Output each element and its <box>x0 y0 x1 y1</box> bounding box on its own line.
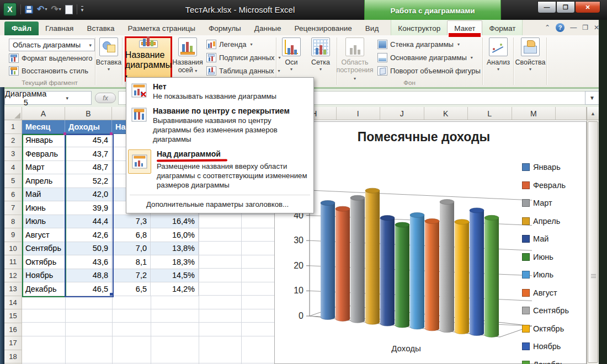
legend-item-Июнь[interactable]: Июнь <box>522 253 569 261</box>
legend-item-Август[interactable]: Август <box>522 288 569 297</box>
row-header-17[interactable]: 17 <box>4 336 22 350</box>
legend-item-Ноябрь[interactable]: Ноябрь <box>522 342 569 351</box>
excel-logo-icon[interactable]: X <box>3 3 17 16</box>
table-cell[interactable]: Октябрь <box>22 255 65 269</box>
table-cell[interactable]: Сентябрь <box>22 242 65 256</box>
row-header-13[interactable]: 13 <box>4 282 22 296</box>
properties-button[interactable]: Свойства ▾ <box>515 38 546 72</box>
table-cell[interactable]: 16,4% <box>151 215 199 229</box>
table-header-cell[interactable]: Доходы <box>65 120 112 134</box>
customize-toolbar-icon[interactable]: ▾ <box>81 6 84 13</box>
table-cell[interactable]: 6,8 <box>112 228 151 242</box>
format-selection-button[interactable]: Формат выделенного <box>9 53 93 63</box>
row-header-18[interactable]: 18 <box>4 350 22 364</box>
chart-object[interactable]: Помесячные доходы 01020304050Доходы Янва… <box>274 121 587 364</box>
table-cell[interactable]: 14,2% <box>151 282 199 296</box>
row-header-4[interactable]: 4 <box>4 161 22 175</box>
insert-button[interactable]: Вставка ▾ <box>96 38 121 72</box>
table-cell[interactable]: Ноябрь <box>22 269 65 283</box>
select-all-corner[interactable] <box>4 107 22 120</box>
table-cell[interactable]: 50,9 <box>65 242 112 256</box>
table-cell[interactable]: 8,1 <box>112 255 151 269</box>
tab-Данные[interactable]: Данные <box>248 22 288 35</box>
legend-item-Март[interactable]: Март <box>522 199 569 207</box>
table-cell[interactable]: 7,2 <box>112 269 151 283</box>
legend-item-Апрель[interactable]: Апрель <box>522 217 569 226</box>
tab-Макет[interactable]: Макет <box>447 20 482 35</box>
table-cell[interactable]: Декабрь <box>22 282 65 296</box>
data-labels-button[interactable]: Подписи данных▾ <box>206 53 281 62</box>
axes-button[interactable]: Оси ▾ <box>278 38 305 72</box>
scroll-up-icon[interactable]: ▲ <box>587 107 599 120</box>
fx-button[interactable]: fx <box>95 93 116 103</box>
row-header-1[interactable]: 1 <box>4 120 22 134</box>
gridlines-button[interactable]: Сетка ▾ <box>307 38 334 72</box>
rotation-3d-button[interactable]: Поворот объемной фигуры <box>377 66 481 76</box>
minimize-button[interactable]: — <box>537 1 556 13</box>
analysis-button[interactable]: Анализ ▾ <box>484 38 512 72</box>
expand-formula-bar-icon[interactable]: ▼ <box>585 91 599 105</box>
table-cell[interactable]: 13,8% <box>151 242 199 256</box>
table-cell[interactable]: 6,5 <box>112 282 151 296</box>
chart-title-button[interactable]: Название диаграммы ▾ <box>125 36 172 82</box>
row-header-11[interactable]: 11 <box>4 255 22 269</box>
row-header-6[interactable]: 6 <box>4 188 22 202</box>
row-header-3[interactable]: 3 <box>4 147 22 161</box>
axis-titles-button[interactable]: Названия осей ▾ <box>172 38 203 75</box>
maximize-button[interactable]: ❐ <box>556 1 575 13</box>
chart-legend[interactable]: ЯнварьФевральМартАпрельМайИюньИюльАвгуст… <box>522 163 569 364</box>
table-cell[interactable]: 42,6 <box>65 228 112 242</box>
legend-item-Январь[interactable]: Январь <box>522 163 569 172</box>
row-header-8[interactable]: 8 <box>4 215 22 229</box>
row-header-2[interactable]: 2 <box>4 134 22 148</box>
scrollbar-thumb[interactable] <box>588 121 598 363</box>
table-cell[interactable]: 42,0 <box>65 188 112 202</box>
table-cell[interactable]: 48,7 <box>65 161 112 175</box>
tab-Разметка страницы[interactable]: Разметка страницы <box>121 22 202 35</box>
reset-style-button[interactable]: Восстановить стиль <box>9 66 88 76</box>
table-cell[interactable]: 52,2 <box>65 174 112 188</box>
table-cell[interactable]: 43,6 <box>65 255 112 269</box>
legend-item-Декабрь[interactable]: Декабрь <box>522 360 569 364</box>
vertical-scrollbar[interactable]: ▲ <box>587 107 599 364</box>
row-header-9[interactable]: 9 <box>4 228 22 242</box>
range-fill-handle[interactable] <box>110 293 113 296</box>
tab-Конструктор[interactable]: Конструктор <box>391 22 447 35</box>
column-header-M[interactable]: M <box>512 107 556 120</box>
menu-footer-more-options[interactable]: Дополнительные параметры заголовков... <box>126 197 313 212</box>
table-cell[interactable]: Май <box>22 188 65 202</box>
table-cell[interactable]: 14,5% <box>151 269 199 283</box>
range-handle[interactable] <box>63 132 66 135</box>
tab-file[interactable]: Файл <box>4 22 39 35</box>
legend-item-Февраль[interactable]: Февраль <box>522 181 569 190</box>
column-header-J[interactable]: J <box>380 107 424 120</box>
table-cell[interactable]: 46,5 <box>65 282 112 296</box>
collapse-ribbon-icon[interactable]: ⌃ <box>545 24 550 31</box>
table-cell[interactable]: Февраль <box>22 147 65 161</box>
tab-Рецензирование[interactable]: Рецензирование <box>288 22 359 35</box>
tab-Вид[interactable]: Вид <box>359 22 385 35</box>
column-header-A[interactable]: A <box>22 107 65 120</box>
undo-icon[interactable]: ↶▾ <box>37 5 47 14</box>
legend-item-Июль[interactable]: Июль <box>522 270 569 279</box>
tab-Вставка[interactable]: Вставка <box>80 22 121 35</box>
help-icon[interactable]: ? <box>556 23 565 32</box>
name-box[interactable]: Диаграмма 5▾ <box>4 91 92 105</box>
close-button[interactable]: ✕ <box>575 1 600 13</box>
menu-item-1[interactable]: НетНе показывать название диаграммы <box>126 80 313 104</box>
column-header-partial[interactable] <box>556 107 587 120</box>
redo-icon[interactable]: ↷▾ <box>51 5 61 14</box>
table-cell[interactable]: 7,3 <box>112 215 151 229</box>
table-cell[interactable]: 43,7 <box>65 147 112 161</box>
row-header-15[interactable]: 15 <box>4 309 22 323</box>
new-document-icon[interactable] <box>65 5 73 14</box>
table-cell[interactable]: 16,0% <box>151 228 199 242</box>
row-header-5[interactable]: 5 <box>4 174 22 188</box>
column-header-K[interactable]: K <box>424 107 468 120</box>
tab-Главная[interactable]: Главная <box>39 22 80 35</box>
table-cell[interactable]: 44,4 <box>65 215 112 229</box>
table-cell[interactable]: Январь <box>22 134 65 148</box>
column-header-B[interactable]: B <box>65 107 112 120</box>
menu-item-3[interactable]: Над диаграммойРазмещение названия вверху… <box>126 147 313 193</box>
table-cell[interactable]: 18,3% <box>151 255 199 269</box>
